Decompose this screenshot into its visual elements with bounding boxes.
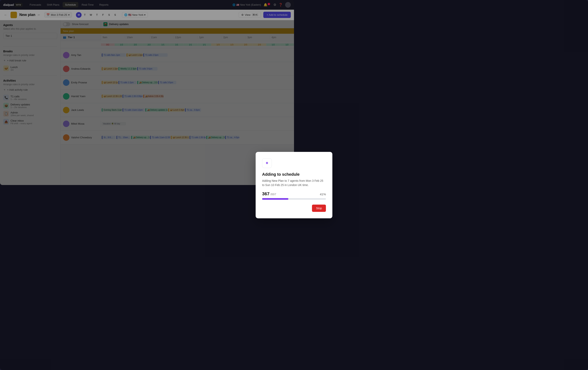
modal-overlay: ✦ Adding to schedule Adding New Plan to …	[0, 0, 294, 185]
modal-title: Adding to schedule	[262, 172, 294, 177]
modal-description: Adding New Plan to 7 agents from Mon 3 F…	[262, 179, 294, 185]
modal-icon: ✦	[262, 158, 272, 168]
adding-to-schedule-modal: ✦ Adding to schedule Adding New Plan to …	[256, 152, 294, 185]
magic-icon: ✦	[265, 160, 269, 166]
